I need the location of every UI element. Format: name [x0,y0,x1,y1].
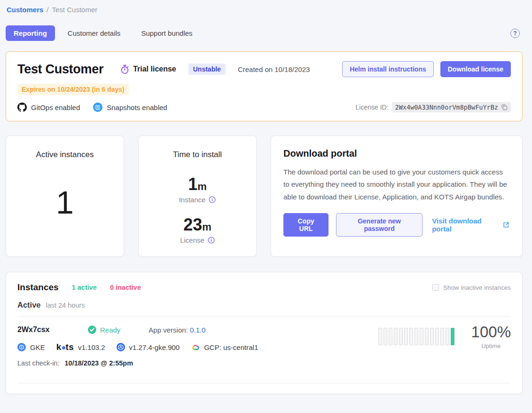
show-inactive-label: Show inactive instances [443,284,511,291]
license-type-label: Trial license [133,65,176,73]
download-portal-description: The download portal can be used to give … [283,166,510,203]
helm-install-instructions-button[interactable]: Helm install instructions [342,61,434,77]
tab-bar: Reporting Customer details Support bundl… [6,25,523,41]
breadcrumb-current: Test Customer [52,6,98,14]
distribution-label: GKE [30,343,45,351]
instance-status-label: Ready [100,326,120,334]
kots-logo: kts [56,342,74,352]
uptime-bar [451,328,454,345]
license-id-text: 2Wx4w0A33Nnn0orVm8pBwFuYrBz [395,103,498,111]
uptime-bar [404,328,408,345]
customer-card-buttons: Helm install instructions Download licen… [342,61,511,77]
snapshots-feature: Snapshots enabled [93,103,167,112]
uptime-bar [383,328,387,345]
active-section-header: Active last 24 hours [17,301,511,310]
uptime-stat: 100% Uptime [471,323,511,349]
kubernetes-meta: v1.27.4-gke.900 [117,343,180,351]
copy-icon[interactable] [501,104,508,111]
license-install-time: 23m [139,215,256,235]
uptime-chart [378,328,454,345]
show-inactive-toggle[interactable]: Show inactive instances [432,284,511,291]
check-circle-icon [88,326,96,334]
uptime-bar [389,328,392,345]
channel-badge: Unstable [188,64,226,75]
active-instances-title: Active instances [6,150,124,159]
download-portal-actions: Copy URL Generate new password Visit dow… [283,213,510,237]
uptime-bar [394,328,398,345]
trial-stopwatch-icon [120,64,129,74]
time-to-install-card: Time to install 1m Instance 23m License [138,135,257,257]
kots-logo-ts: ts [66,342,74,352]
external-link-icon [502,221,510,229]
license-id-value: 2Wx4w0A33Nnn0orVm8pBwFuYrBz [392,102,511,112]
license-type: Trial license [120,64,176,74]
instance-install-time-value: 1 [188,175,197,194]
stats-row: Active instances 1 Time to install 1m In… [6,135,523,257]
license-install-label-row: License [139,236,256,244]
uptime-bar [425,328,429,345]
tab-customer-details[interactable]: Customer details [60,25,129,41]
breadcrumb: Customers / Test Customer [6,6,523,14]
uptime-bar [415,328,418,345]
uptime-label: Uptime [471,342,511,349]
help-icon[interactable]: ? [510,29,520,38]
customer-card-header-row: Test Customer Trial license Unstable Cre… [17,61,511,77]
uptime-bar [446,328,449,345]
kots-version: v1.103.2 [78,343,105,351]
active-instances-card: Active instances 1 [6,135,124,257]
show-inactive-checkbox[interactable] [432,284,439,291]
uptime-bar [378,328,382,345]
instance-install-time: 1m [139,175,256,194]
instance-install-time-unit: m [197,181,207,192]
uptime-bar [409,328,413,345]
uptime-block: 100% Uptime [378,323,511,349]
kots-meta: kts v1.103.2 [56,342,105,352]
customer-card-features-row: GitOps enabled Snapshots enabled [17,102,511,112]
instances-card: Instances 1 active 0 inactive Show inact… [6,272,523,394]
distribution-meta: GKE [17,343,45,351]
download-license-button[interactable]: Download license [440,61,511,77]
active-section-label: Active [17,301,41,310]
uptime-bar [435,328,439,345]
page: Customers / Test Customer Reporting Cust… [0,0,532,394]
snapshots-label: Snapshots enabled [107,103,167,111]
copy-url-button[interactable]: Copy URL [283,213,329,237]
tab-support-bundles[interactable]: Support bundles [133,25,200,41]
kots-logo-o [62,346,65,349]
instance-id: 2Wx7csx [17,326,88,334]
instance-status: Ready [88,326,120,334]
visit-download-portal-label: Visit download portal [432,217,499,233]
uptime-value: 100% [471,323,511,341]
license-install-time-value: 23 [183,215,202,234]
last-checkin-label: Last check-in: [17,359,59,367]
cloud-region-label: GCP: us-central1 [204,343,258,351]
app-version-link[interactable]: 0.1.0 [190,326,205,334]
gke-icon [17,343,26,351]
instance-row: 2Wx7csx Ready App version: 0.1.0 [17,317,511,376]
instance-row-line3: Last check-in: 10/18/2023 @ 2:55pm [17,359,511,367]
info-icon[interactable] [209,196,216,203]
app-version: App version: 0.1.0 [149,326,205,334]
breadcrumb-customers-link[interactable]: Customers [7,6,43,14]
info-icon[interactable] [208,237,215,244]
uptime-bar [430,328,434,345]
visit-download-portal-link[interactable]: Visit download portal [432,217,510,233]
uptime-bar [399,328,403,345]
tab-reporting[interactable]: Reporting [6,25,55,41]
gcp-icon [191,343,200,351]
instances-title: Instances [17,282,59,293]
active-count[interactable]: 1 active [72,284,97,291]
uptime-bar [420,328,423,345]
app-version-label: App version: [149,326,188,334]
download-portal-title: Download portal [283,148,510,159]
breadcrumb-separator: / [47,6,48,14]
license-id: License ID: 2Wx4w0A33Nnn0orVm8pBwFuYrBz [356,102,511,112]
license-id-label: License ID: [356,103,389,111]
gitops-feature: GitOps enabled [17,103,80,112]
customer-title: Test Customer [17,62,103,77]
inactive-count[interactable]: 0 inactive [110,284,141,291]
last-checkin-value: 10/18/2023 @ 2:55pm [65,359,133,367]
github-icon [17,103,27,112]
cloud-meta: GCP: us-central1 [191,343,258,351]
generate-password-button[interactable]: Generate new password [336,213,422,237]
